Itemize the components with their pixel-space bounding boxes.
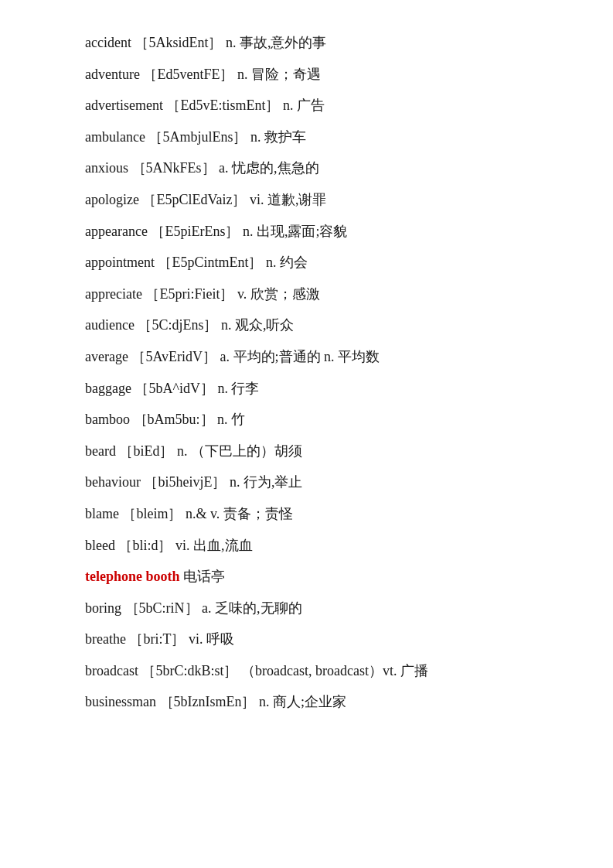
word-text: blame [85, 506, 119, 521]
word-text: boring [85, 600, 121, 616]
pos-text: vi. [250, 192, 264, 207]
definition-text: 事故,意外的事 [240, 35, 327, 50]
word-text: beard [85, 443, 116, 459]
phonetic-text: ［5AmbjulEns］ [148, 129, 247, 145]
word-text: anxious [85, 160, 128, 176]
word-list: accident ［5AksidEnt］ n. 事故,意外的事adventure… [85, 31, 551, 714]
list-item: beard ［biEd］ n. （下巴上的）胡须 [85, 439, 551, 463]
list-item: telephone booth 电话亭 [85, 565, 551, 589]
word-text: apologize [85, 192, 139, 207]
word-text: advertisement [85, 97, 163, 113]
phonetic-text: ［5brC:dkB:st］ [141, 663, 237, 678]
definition-text: 救护车 [264, 129, 306, 145]
definition-text: 乏味的,无聊的 [215, 600, 302, 616]
list-item: broadcast ［5brC:dkB:st］ （broadcast, broa… [85, 659, 551, 683]
pos-text: （broadcast, broadcast）vt. [241, 663, 397, 678]
definition-text: 商人;企业家 [273, 694, 346, 709]
list-item: boring ［5bC:riN］ a. 乏味的,无聊的 [85, 596, 551, 620]
pos-text: a. [220, 349, 230, 364]
list-item: businessman ［5bIznIsmEn］ n. 商人;企业家 [85, 690, 551, 714]
list-item: bleed ［bli:d］ vi. 出血,流血 [85, 534, 551, 558]
pos-text: n. [177, 443, 188, 459]
word-text: average [85, 349, 128, 364]
phonetic-text: ［E5pCintmEnt］ [158, 255, 262, 270]
pos-text: n. [226, 35, 237, 50]
pos-text: a. [202, 600, 212, 616]
definition-text: 竹 [231, 412, 245, 427]
list-item: anxious ［5ANkFEs］ a. 忧虑的,焦急的 [85, 156, 551, 180]
phonetic-text: ［bAm5bu:］ [134, 412, 214, 427]
phonetic-text: ［bri:T］ [129, 631, 185, 647]
word-text: accident [85, 35, 131, 50]
pos-text: vi. [189, 631, 203, 647]
word-text: telephone booth [85, 569, 180, 584]
word-text: bamboo [85, 412, 130, 427]
phonetic-text: ［5AksidEnt］ [135, 35, 222, 50]
pos-text: vi. [175, 538, 190, 553]
definition-text: 呼吸 [206, 631, 234, 647]
definition-text: 冒险；奇遇 [251, 67, 321, 82]
list-item: appointment ［E5pCintmEnt］ n. 约会 [85, 251, 551, 275]
phonetic-text: ［Ed5ventFE］ [143, 67, 233, 82]
list-item: advertisement ［Ed5vE:tismEnt］ n. 广告 [85, 94, 551, 118]
list-item: appearance ［E5piErEns］ n. 出现,露面;容貌 [85, 220, 551, 244]
phonetic-text: ［E5pri:Fieit］ [145, 286, 233, 302]
definition-text: 忧虑的,焦急的 [232, 160, 319, 176]
phonetic-text: ［bi5heivjE］ [144, 474, 226, 490]
pos-text: n. [217, 412, 228, 427]
pos-text: n. [266, 255, 277, 270]
pos-text: n. [221, 317, 232, 333]
definition-text: 欣赏；感激 [250, 286, 320, 302]
word-text: bleed [85, 538, 115, 553]
phonetic-text: ［5bA^idV］ [135, 381, 213, 396]
list-item: appreciate ［E5pri:Fieit］ v. 欣赏；感激 [85, 282, 551, 306]
word-text: broadcast [85, 663, 138, 678]
definition-text: 行李 [231, 381, 259, 396]
definition-text: 道歉,谢罪 [267, 192, 327, 207]
list-item: breathe ［bri:T］ vi. 呼吸 [85, 627, 551, 651]
phonetic-text: ［biEd］ [119, 443, 173, 459]
list-item: blame ［bleim］ n.& v. 责备；责怪 [85, 502, 551, 526]
word-text: appearance [85, 224, 148, 239]
phonetic-text: ［E5pClEdVaiz］ [142, 192, 246, 207]
phonetic-text: ［bleim］ [122, 506, 182, 521]
phonetic-text: ［5bC:riN］ [125, 600, 199, 616]
list-item: adventure ［Ed5ventFE］ n. 冒险；奇遇 [85, 63, 551, 87]
pos-text: n. [250, 129, 261, 145]
list-item: apologize ［E5pClEdVaiz］ vi. 道歉,谢罪 [85, 188, 551, 212]
definition-text: （下巴上的）胡须 [191, 443, 302, 459]
phonetic-text: ［bli:d］ [118, 538, 172, 553]
definition-text: 观众,听众 [235, 317, 295, 333]
definition-text: 电话亭 [183, 569, 225, 584]
pos-text: n. [259, 694, 270, 709]
word-text: adventure [85, 67, 140, 82]
definition-text: 平均的;普通的 n. 平均数 [233, 349, 380, 364]
word-text: businessman [85, 694, 156, 709]
pos-text: n. [217, 381, 228, 396]
definition-text: 出血,流血 [193, 538, 253, 553]
list-item: ambulance ［5AmbjulEns］ n. 救护车 [85, 125, 551, 149]
pos-text: n. [243, 224, 254, 239]
pos-text: a. [219, 160, 229, 176]
phonetic-text: ［5AvEridV］ [131, 349, 216, 364]
word-text: ambulance [85, 129, 145, 145]
word-text: baggage [85, 381, 131, 396]
phonetic-text: ［5C:djEns］ [138, 317, 217, 333]
definition-text: 出现,露面;容貌 [257, 224, 348, 239]
phonetic-text: ［5bIznIsmEn］ [160, 694, 256, 709]
pos-text: n.& v. [186, 506, 220, 521]
phonetic-text: ［5ANkFEs］ [132, 160, 216, 176]
pos-text: n. [237, 67, 248, 82]
phonetic-text: ［Ed5vE:tismEnt］ [166, 97, 279, 113]
pos-text: n. [283, 97, 294, 113]
word-text: audience [85, 317, 135, 333]
definition-text: 广播 [400, 663, 428, 678]
list-item: behaviour ［bi5heivjE］ n. 行为,举止 [85, 470, 551, 494]
list-item: average ［5AvEridV］ a. 平均的;普通的 n. 平均数 [85, 345, 551, 369]
pos-text: v. [237, 286, 247, 302]
list-item: accident ［5AksidEnt］ n. 事故,意外的事 [85, 31, 551, 55]
pos-text: n. [230, 474, 240, 490]
list-item: bamboo ［bAm5bu:］ n. 竹 [85, 408, 551, 432]
word-text: appointment [85, 255, 155, 270]
word-text: breathe [85, 631, 126, 647]
